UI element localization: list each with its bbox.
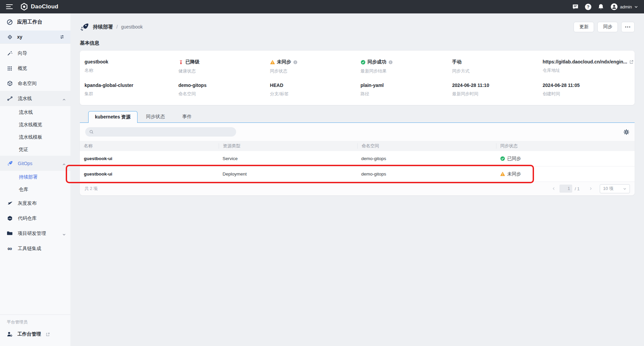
tab-panel: 名称 资源类型 命名空间 同步状态 guestbook-ui Service d… [80, 123, 635, 195]
prev-page-icon[interactable] [551, 186, 557, 192]
grid-icon [7, 65, 13, 71]
tab-events[interactable]: 事件 [174, 111, 201, 122]
bird-icon [7, 200, 13, 206]
workspace-header: 应用工作台 [0, 13, 70, 29]
tab-sync-status[interactable]: 同步状态 [138, 111, 174, 122]
more-actions-button[interactable]: ••• [621, 22, 635, 32]
sidebar-item-label: 工作台管理 [17, 331, 41, 337]
tab-kubernetes-resources[interactable]: kubernetes 资源 [88, 111, 138, 123]
info-icon [388, 60, 393, 64]
field-branch-tag: HEAD 分支/标签 [270, 83, 361, 97]
page-rocket-icon [80, 22, 89, 32]
column-header-name: 名称 [80, 143, 219, 149]
external-link-icon [46, 332, 50, 337]
sidebar-group-gitops[interactable]: GitOps [0, 156, 70, 171]
chevron-up-icon [62, 97, 66, 100]
folder-icon [7, 231, 13, 237]
avatar [610, 3, 618, 10]
cell-namespace: demo-gitops [357, 171, 496, 177]
workbench-icon [7, 19, 13, 25]
field-sync-mode: 手动 同步方式 [452, 59, 543, 74]
update-button[interactable]: 更新 [574, 22, 594, 32]
external-link-icon[interactable] [629, 60, 634, 64]
sidebar-item-wizard[interactable]: 向导 [0, 46, 70, 61]
table-settings-gear-icon[interactable] [624, 129, 629, 135]
cell-type: Service [219, 156, 358, 161]
user-menu[interactable]: admin [610, 3, 638, 10]
sidebar-item-overview[interactable]: 概览 [0, 61, 70, 76]
sidebar-item-gray-release[interactable]: 灰度发布 [0, 196, 70, 211]
sidebar-item-label: 代码仓库 [18, 215, 37, 221]
degraded-icon [178, 60, 183, 65]
sidebar-item-project-management[interactable]: 项目研发管理 [0, 226, 70, 241]
sidebar-item-pipeline-overview[interactable]: 流水线概览 [0, 118, 70, 131]
out-of-sync-warning-icon [500, 171, 505, 177]
cube-icon [7, 81, 13, 87]
message-icon[interactable] [572, 3, 579, 10]
wand-icon [7, 50, 13, 56]
search-input[interactable] [96, 130, 232, 135]
sync-button[interactable]: 同步 [597, 22, 618, 32]
breadcrumb-section[interactable]: 持续部署 [93, 24, 113, 30]
workspace-header-label: 应用工作台 [17, 19, 42, 25]
sidebar-group-pipeline[interactable]: 流水线 [0, 91, 70, 106]
field-name: guestbook 名称 [85, 59, 178, 74]
switch-workspace-icon[interactable] [59, 34, 65, 40]
topbar: DaoCloud ? admin [0, 0, 644, 13]
column-header-sync-status: 同步状态 [496, 143, 635, 149]
next-page-icon[interactable] [588, 186, 594, 192]
field-sync-status: 未同步 同步状态 [270, 59, 361, 74]
field-path: plain-yaml 路径 [361, 83, 452, 97]
warning-icon [270, 60, 275, 65]
sidebar-item-toolchain[interactable]: ∞ 工具链集成 [0, 241, 70, 256]
table-row-highlighted[interactable]: guestbook-ui Deployment demo-gitops 未同步 [80, 166, 635, 182]
sidebar-item-label: 概览 [18, 65, 27, 71]
sidebar-item-credentials[interactable]: 凭证 [0, 143, 70, 156]
workspace-selector[interactable]: xy [0, 31, 70, 43]
sidebar-item-label: 仓库 [19, 187, 28, 193]
sidebar-item-code-repo[interactable]: 代码仓库 [0, 211, 70, 226]
sidebar-item-label: 持续部署 [19, 174, 38, 180]
chevron-down-icon [623, 187, 627, 191]
sidebar-item-label: GitOps [18, 161, 33, 166]
synced-icon [500, 156, 505, 161]
field-repo-url: https://gitlab.daocloud.cn/ndx/engin... … [543, 59, 634, 74]
page-number-input[interactable]: 1 [559, 185, 572, 193]
cell-sync-status: 已同步 [496, 156, 635, 162]
sidebar-item-namespace[interactable]: 命名空间 [0, 76, 70, 91]
sidebar-item-label: 项目研发管理 [18, 231, 46, 237]
field-health-status: 已降级 健康状态 [178, 59, 270, 74]
brand: DaoCloud [20, 3, 58, 11]
table-row[interactable]: guestbook-ui Service demo-gitops 已同步 [80, 151, 635, 166]
cell-namespace: demo-gitops [357, 156, 496, 161]
sidebar-item-continuous-deployment[interactable]: 持续部署 [0, 171, 70, 183]
repo-url-link[interactable]: https://gitlab.daocloud.cn/ndx/engin... [543, 59, 627, 64]
sidebar-item-workbench-admin[interactable]: 工作台管理 [0, 331, 70, 337]
field-last-sync-time: 2024-06-28 11:10 最新同步时间 [452, 83, 543, 97]
sidebar-item-pipeline-template[interactable]: 流水线模板 [0, 131, 70, 143]
resources-table: 名称 资源类型 命名空间 同步状态 guestbook-ui Service d… [80, 141, 635, 182]
sidebar-item-repository[interactable]: 仓库 [0, 183, 70, 196]
divider [0, 43, 70, 44]
cell-name[interactable]: guestbook-ui [80, 171, 219, 177]
menu-toggle-icon[interactable] [6, 4, 13, 9]
sidebar-item-label: 流水线 [19, 109, 33, 115]
sidebar-footer: 平台管理员 工作台管理 [0, 314, 70, 346]
sidebar-item-pipeline[interactable]: 流水线 [0, 106, 70, 118]
workspace-icon [7, 34, 13, 40]
chevron-down-icon [634, 5, 638, 9]
divider [0, 314, 70, 315]
basic-info-title: 基本信息 [80, 40, 635, 46]
rocket-icon [7, 160, 13, 166]
page-size-select[interactable]: 10 项 [600, 184, 630, 193]
help-icon[interactable]: ? [585, 3, 592, 10]
breadcrumb-current: guestbook [121, 24, 143, 30]
workspace-name: xy [17, 34, 22, 40]
field-cluster: kpanda-global-cluster 集群 [85, 83, 178, 97]
cell-name[interactable]: guestbook-ui [80, 156, 219, 161]
notification-bell-icon[interactable] [598, 3, 604, 10]
status-badge: 已同步 [507, 156, 521, 162]
chevron-down-icon [62, 232, 66, 235]
search-input-wrapper[interactable] [85, 127, 236, 137]
breadcrumb-separator: / [116, 24, 118, 30]
